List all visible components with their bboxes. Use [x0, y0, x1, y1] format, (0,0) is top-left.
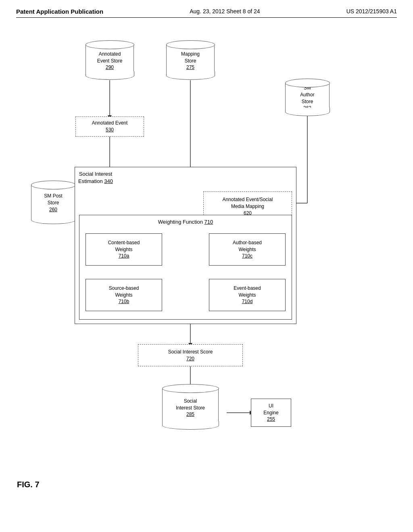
annotated-event-store-label: AnnotatedEvent Store290: [97, 51, 123, 71]
header-right: US 2012/215903 A1: [346, 8, 397, 15]
header-center: Aug. 23, 2012 Sheet 8 of 24: [190, 8, 260, 15]
sm-post-store-label: SM PostStore260: [44, 193, 62, 213]
author-based-weights: Author-basedWeights710c: [209, 233, 286, 266]
mapping-store: MappingStore275: [166, 42, 215, 78]
source-based-weights-label: Source-basedWeights710b: [109, 285, 139, 305]
social-interest-score: Social Interest Score720: [138, 344, 243, 366]
source-based-weights: Source-basedWeights710b: [86, 279, 162, 311]
weighting-function-label: Weighting Function 710: [158, 218, 213, 226]
header-left: Patent Application Publication: [16, 8, 103, 15]
social-interest-score-label: Social Interest Score720: [168, 349, 213, 362]
ui-engine-label: UIEngine255: [263, 403, 278, 423]
social-interest-store: SocialInterest Store285: [162, 384, 219, 429]
sm-post-store: SM PostStore260: [31, 181, 75, 223]
annotated-event-530-label: Annotated Event530: [92, 120, 128, 133]
social-interest-estimation: Social InterestEstimation 340 Annotated …: [75, 167, 296, 324]
social-interest-store-label: SocialInterest Store285: [176, 398, 205, 418]
diagram: AnnotatedEvent Store290 MappingStore275 …: [17, 22, 396, 497]
ui-engine: UIEngine255: [251, 399, 291, 427]
event-based-weights: Event-basedWeights710d: [209, 279, 286, 311]
content-based-weights-label: Content-basedWeights710a: [108, 239, 140, 260]
annotated-event-social-media-mapping-label: Annotated Event/SocialMedia Mapping620: [223, 196, 273, 216]
mapping-store-label: MappingStore275: [181, 51, 200, 71]
weighting-function: Weighting Function 710 Content-basedWeig…: [79, 215, 292, 320]
annotated-event-530: Annotated Event530: [75, 116, 144, 137]
sm-author-store: SMAuthorStore263: [285, 80, 330, 114]
content-based-weights: Content-basedWeights710a: [86, 233, 162, 266]
event-based-weights-label: Event-basedWeights710d: [234, 285, 261, 305]
sm-author-store-label: SMAuthorStore263: [300, 85, 314, 112]
author-based-weights-label: Author-basedWeights710c: [233, 239, 262, 260]
social-interest-estimation-label: Social InterestEstimation 340: [78, 170, 113, 185]
fig-label: FIG. 7: [17, 480, 40, 489]
annotated-event-store: AnnotatedEvent Store290: [86, 42, 134, 78]
page-header: Patent Application Publication Aug. 23, …: [16, 8, 397, 18]
